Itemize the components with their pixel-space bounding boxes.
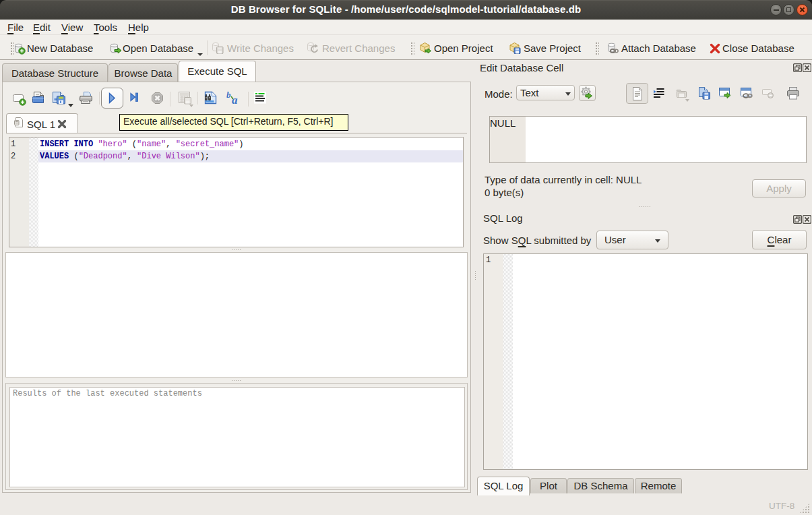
svg-text:a: a (232, 94, 238, 105)
svg-text:b: b (226, 90, 231, 100)
